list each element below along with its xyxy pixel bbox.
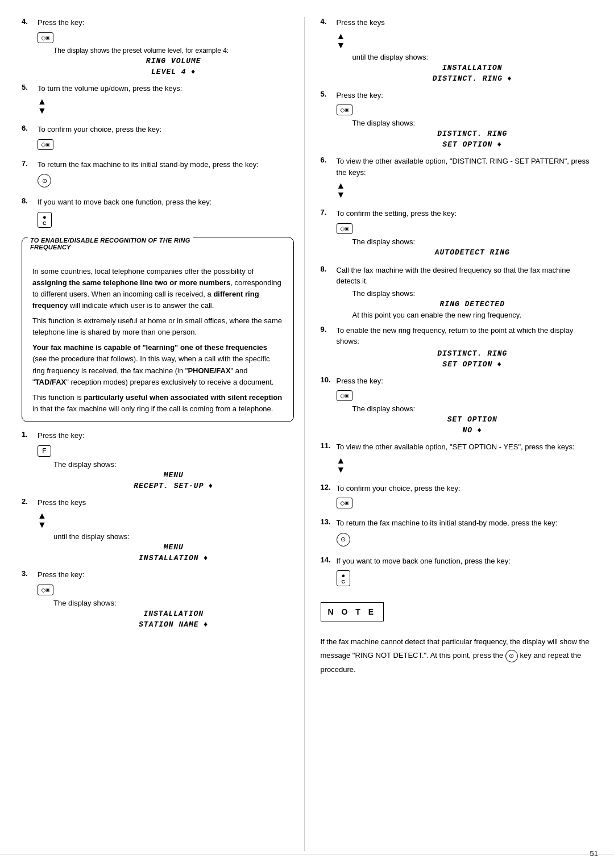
step-8-left: 8. If you want to move back one function… bbox=[22, 197, 294, 231]
display-set-option: SET OPTION ♦ bbox=[352, 140, 593, 149]
stop-c-key-icon[interactable]: ● C bbox=[38, 212, 52, 228]
step-5-right: 5. Press the key: ◇▣ The display shows: … bbox=[321, 90, 593, 151]
step-14-right: 14. If you want to move back one functio… bbox=[321, 556, 593, 590]
note-title: To enable/disable recognition of the rin… bbox=[28, 237, 193, 251]
step-12-right: 12. To confirm your choice, press the ke… bbox=[321, 483, 593, 512]
display-level4: LEVEL 4 ♦ bbox=[53, 68, 294, 76]
display-set-option-r2: SET OPTION ♦ bbox=[352, 360, 593, 369]
step-7-right: 7. To confirm the setting, press the key… bbox=[321, 208, 593, 259]
step-8-right: 8. Call the fax machine with the desired… bbox=[321, 265, 593, 319]
step-13-right: 13. To return the fax machine to its ini… bbox=[321, 518, 593, 550]
page-divider bbox=[0, 854, 614, 854]
step-text: Press the key: bbox=[38, 17, 294, 28]
display-menu: MENU bbox=[53, 471, 294, 479]
step-11-right: 11. To view the other available option, … bbox=[321, 441, 593, 477]
diamond-key-icon[interactable]: ◇▣ bbox=[337, 223, 352, 234]
step-6-left: 6. To confirm your choice, press the key… bbox=[22, 124, 294, 153]
stop-c-key-icon[interactable]: ● C bbox=[337, 570, 351, 586]
updown-arrow-icon[interactable]: ▲▼ bbox=[337, 181, 346, 199]
f-key-icon[interactable]: F bbox=[38, 445, 51, 457]
step-num: 4. bbox=[22, 17, 28, 26]
display-installation-r: INSTALLATION bbox=[352, 64, 593, 72]
diamond-key-icon[interactable]: ◇▣ bbox=[38, 585, 53, 595]
right-column: 4. Press the keys ▲▼ until the display s… bbox=[310, 17, 603, 851]
diamond-key-icon[interactable]: ◇▣ bbox=[337, 498, 352, 508]
updown-arrow-icon[interactable]: ▲▼ bbox=[38, 511, 47, 529]
step-4-left: 4. Press the key: ◇▣ The display shows t… bbox=[22, 17, 294, 77]
step-6-right: 6. To view the other available option, "… bbox=[321, 156, 593, 202]
display-recept-setup: RECEPT. SET-UP ♦ bbox=[53, 482, 294, 490]
display-distinct-ring-r2: DISTINCT. RING bbox=[352, 349, 593, 358]
step-4-right: 4. Press the keys ▲▼ until the display s… bbox=[321, 17, 593, 84]
bottom-note: If the fax machine cannot detect that pa… bbox=[321, 636, 593, 676]
display-set-option-r3: SET OPTION bbox=[352, 415, 593, 424]
diamond-key-icon[interactable]: ◇▣ bbox=[337, 105, 352, 115]
step-10-right: 10. Press the key: ◇▣ The display shows:… bbox=[321, 375, 593, 436]
step-9-right: 9. To enable the new ring frequency, ret… bbox=[321, 325, 593, 370]
diamond-key-icon[interactable]: ◇▣ bbox=[38, 139, 53, 150]
display-autodetect: AUTODETECT RING bbox=[352, 248, 593, 257]
diamond-key-icon[interactable]: ◇▣ bbox=[337, 390, 352, 401]
note-label-text: N O T E bbox=[328, 607, 377, 616]
display-distinct-ring-r: DISTINCT. RING bbox=[352, 130, 593, 138]
stop-key-icon[interactable]: ⊙ bbox=[38, 174, 51, 187]
updown-arrow-icon[interactable]: ▲▼ bbox=[337, 456, 346, 474]
step-3-left-b: 3. Press the key: ◇▣ The display shows: … bbox=[22, 569, 294, 630]
step-7-left: 7. To return the fax machine to its init… bbox=[22, 159, 294, 191]
updown-arrow-icon[interactable]: ▲▼ bbox=[337, 32, 346, 50]
step-1-left-b: 1. Press the key: F The display shows: M… bbox=[22, 430, 294, 491]
display-station-name: STATION NAME ♦ bbox=[53, 620, 294, 629]
display-installation: INSTALLATION ♦ bbox=[53, 554, 294, 562]
note-label-box: N O T E bbox=[321, 602, 384, 621]
display-ring-detected: RING DETECTED bbox=[352, 300, 593, 308]
display-installation2: INSTALLATION bbox=[53, 610, 294, 618]
note-box-ring-frequency: To enable/disable recognition of the rin… bbox=[22, 237, 294, 423]
display-menu2: MENU bbox=[53, 543, 294, 552]
step-2-left-b: 2. Press the keys ▲▼ until the display s… bbox=[22, 497, 294, 564]
display-distinct-ring: DISTINCT. RING ♦ bbox=[352, 74, 593, 83]
display-no: NO ♦ bbox=[352, 426, 593, 435]
stop-key-icon[interactable]: ⊙ bbox=[337, 533, 350, 546]
left-column: 4. Press the key: ◇▣ The display shows t… bbox=[11, 17, 305, 851]
key-row: ◇▣ bbox=[38, 31, 294, 45]
updown-arrow-icon[interactable]: ▲▼ bbox=[38, 97, 47, 115]
step-5-left: 5. To turn the volume up/down, press the… bbox=[22, 83, 294, 119]
display-ring-volume: RING VOLUME bbox=[53, 57, 294, 65]
inline-stop-key[interactable]: ⊙ bbox=[505, 650, 518, 662]
diamond-key-icon[interactable]: ◇▣ bbox=[38, 32, 53, 43]
